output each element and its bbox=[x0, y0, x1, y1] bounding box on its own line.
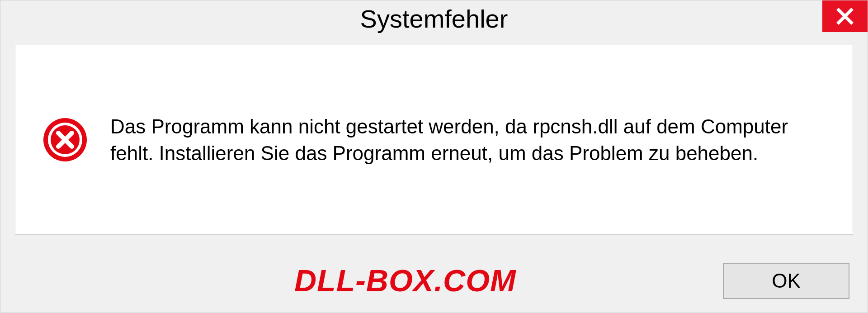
dialog-title: Systemfehler bbox=[360, 4, 508, 33]
content-panel: Das Programm kann nicht gestartet werden… bbox=[15, 45, 853, 235]
close-button[interactable] bbox=[822, 0, 868, 32]
error-icon bbox=[42, 117, 88, 162]
close-icon bbox=[835, 7, 854, 26]
dialog-footer: DLL-BOX.COM OK bbox=[0, 249, 868, 313]
watermark-text: DLL-BOX.COM bbox=[294, 263, 516, 298]
titlebar: Systemfehler bbox=[0, 0, 868, 37]
error-message: Das Programm kann nicht gestartet werden… bbox=[110, 113, 826, 167]
error-dialog: Systemfehler Das Programm kann nicht ges… bbox=[0, 0, 868, 313]
ok-button[interactable]: OK bbox=[723, 263, 849, 299]
